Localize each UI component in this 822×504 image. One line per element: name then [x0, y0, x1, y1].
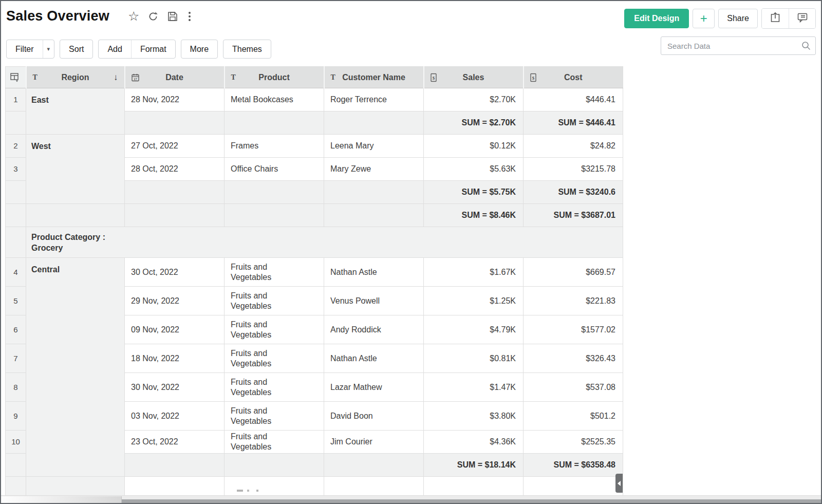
sales-cell[interactable]: $4.36K: [424, 431, 524, 454]
date-type-icon: 17: [132, 73, 139, 82]
date-cell: [125, 204, 225, 227]
horizontal-scrollbar-thumb[interactable]: [1, 496, 122, 503]
product-cell[interactable]: Office Chairs: [225, 158, 324, 181]
more-options-kebab-icon[interactable]: [186, 11, 193, 22]
cost-cell[interactable]: $3215.78: [524, 158, 623, 181]
add-button[interactable]: Add: [99, 40, 130, 58]
column-header-region[interactable]: T Region ↓: [26, 67, 125, 88]
cost-cell[interactable]: $669.57: [524, 258, 623, 287]
column-header-date[interactable]: 17 Date: [125, 67, 225, 88]
sales-cell[interactable]: $1.47K: [424, 373, 524, 402]
search-data: [661, 36, 816, 55]
date-cell[interactable]: 28 Oct, 2022: [125, 158, 225, 181]
cost-cell[interactable]: $537.08: [524, 373, 623, 402]
row-index-cell: [6, 204, 26, 227]
product-cell[interactable]: Fruits and Vegetables: [225, 344, 324, 373]
cost-cell[interactable]: $221.83: [524, 287, 623, 315]
horizontal-scrollbar[interactable]: [1, 495, 821, 503]
date-cell[interactable]: 27 Oct, 2022: [125, 135, 225, 158]
customer-cell[interactable]: Mary Zewe: [324, 158, 424, 181]
region-cell[interactable]: East: [26, 88, 125, 135]
filter-button[interactable]: Filter: [7, 40, 43, 58]
region-cell[interactable]: Central: [26, 258, 125, 477]
region-cell: [26, 477, 125, 496]
cost-cell[interactable]: $1577.02: [524, 315, 623, 344]
column-header-cost[interactable]: $ Cost: [524, 67, 623, 88]
sales-cell[interactable]: $1.25K: [424, 287, 524, 315]
customer-cell[interactable]: David Boon: [324, 402, 424, 431]
refresh-icon[interactable]: [147, 11, 159, 22]
add-new-button[interactable]: +: [693, 9, 715, 28]
region-cell[interactable]: West: [26, 135, 125, 204]
product-cell[interactable]: Fruits and Vegetables: [225, 315, 324, 344]
export-button[interactable]: [762, 9, 789, 28]
sort-button[interactable]: Sort: [60, 40, 93, 59]
sales-cell[interactable]: $0.12K: [424, 135, 524, 158]
more-button[interactable]: More: [181, 40, 218, 59]
search-input[interactable]: [661, 36, 816, 55]
column-header-customer-name[interactable]: T Customer Name: [324, 67, 424, 88]
product-cell: [225, 454, 324, 477]
customer-cell: [324, 477, 424, 496]
date-cell: [125, 181, 225, 204]
favorite-star-icon[interactable]: ☆: [128, 10, 139, 23]
date-cell[interactable]: 28 Nov, 2022: [125, 88, 225, 111]
comment-button[interactable]: [789, 9, 815, 28]
save-icon[interactable]: [167, 11, 178, 22]
date-cell[interactable]: 18 Nov, 2022: [125, 344, 225, 373]
column-label: Sales: [463, 73, 484, 82]
cost-cell[interactable]: $501.2: [524, 402, 623, 431]
date-cell[interactable]: 09 Nov, 2022: [125, 315, 225, 344]
row-index-cell: 5: [6, 287, 26, 315]
customer-cell[interactable]: Leena Mary: [324, 135, 424, 158]
cost-cell[interactable]: $326.43: [524, 344, 623, 373]
row-index-cell: 7: [6, 344, 26, 373]
row-index-cell: 2: [6, 135, 26, 158]
share-button[interactable]: Share: [718, 9, 758, 28]
date-cell[interactable]: 30 Oct, 2022: [125, 258, 225, 287]
sales-cell[interactable]: $0.81K: [424, 344, 524, 373]
cost-cell: SUM = $446.41: [524, 111, 623, 135]
product-cell[interactable]: Metal Bookcases: [225, 88, 324, 111]
table-selector-icon: [6, 73, 26, 82]
date-cell[interactable]: 03 Nov, 2022: [125, 402, 225, 431]
product-cell[interactable]: Frames: [225, 135, 324, 158]
data-row: 1East28 Nov, 2022Metal BookcasesRoger Te…: [6, 88, 623, 111]
product-cell: [225, 111, 324, 135]
sales-cell[interactable]: $2.70K: [424, 88, 524, 111]
cost-cell: SUM = $3687.01: [524, 204, 623, 227]
sales-cell[interactable]: $4.79K: [424, 315, 524, 344]
column-header-sales[interactable]: $ Sales: [424, 67, 524, 88]
format-button[interactable]: Format: [131, 40, 175, 58]
customer-cell[interactable]: Roger Terrence: [324, 88, 424, 111]
customer-cell[interactable]: Nathan Astle: [324, 258, 424, 287]
sales-cell[interactable]: $3.80K: [424, 402, 524, 431]
cost-cell[interactable]: $24.82: [524, 135, 623, 158]
date-cell[interactable]: 30 Nov, 2022: [125, 373, 225, 402]
cost-cell[interactable]: $2525.35: [524, 431, 623, 454]
themes-button[interactable]: Themes: [223, 40, 271, 59]
product-cell[interactable]: Fruits and Vegetables: [225, 287, 324, 315]
customer-cell[interactable]: Andy Roddick: [324, 315, 424, 344]
category-band: Product Category : Grocery: [26, 227, 623, 258]
customer-cell[interactable]: Jim Courier: [324, 431, 424, 454]
filter-dropdown-button[interactable]: ▾: [43, 40, 54, 58]
header-row: T Region ↓ 17: [6, 67, 623, 88]
cost-cell[interactable]: $446.41: [524, 88, 623, 111]
product-cell[interactable]: Fruits and Vegetables: [225, 431, 324, 454]
product-cell[interactable]: Fruits and Vegetables: [225, 258, 324, 287]
sales-cell[interactable]: $1.67K: [424, 258, 524, 287]
date-cell[interactable]: 23 Oct, 2022: [125, 431, 225, 454]
panel-collapse-handle[interactable]: [615, 474, 623, 493]
date-cell[interactable]: 29 Nov, 2022: [125, 287, 225, 315]
column-selector-header[interactable]: [6, 67, 26, 88]
product-cell[interactable]: Fruits and Vegetables: [225, 373, 324, 402]
edit-design-button[interactable]: Edit Design: [624, 9, 689, 28]
customer-cell[interactable]: Nathan Astle: [324, 344, 424, 373]
customer-cell[interactable]: Venus Powell: [324, 287, 424, 315]
sales-cell[interactable]: $5.63K: [424, 158, 524, 181]
customer-cell[interactable]: Lazar Mathew: [324, 373, 424, 402]
column-header-product[interactable]: T Product: [225, 67, 324, 88]
product-cell[interactable]: Fruits and Vegetables: [225, 402, 324, 431]
search-icon: [801, 41, 811, 53]
